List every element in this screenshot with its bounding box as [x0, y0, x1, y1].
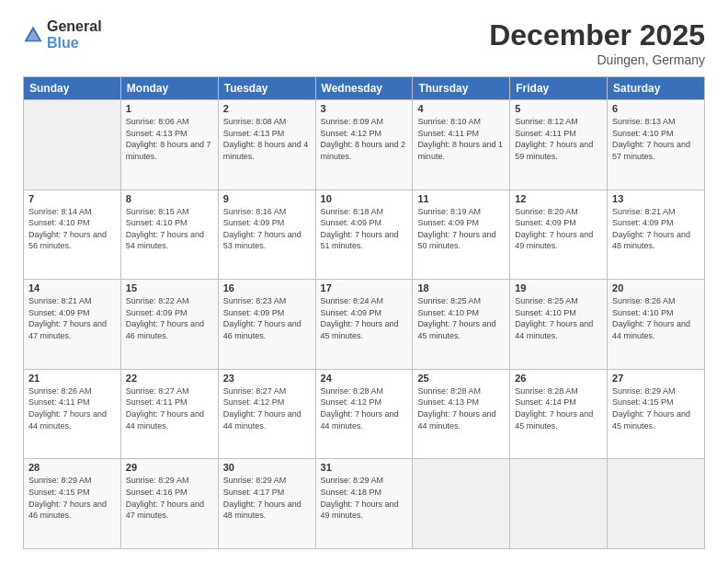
col-sunday: Sunday — [24, 77, 121, 100]
cell-w3-d2: 23Sunrise: 8:27 AMSunset: 4:12 PMDayligh… — [218, 369, 315, 459]
week-row-2: 14Sunrise: 8:21 AMSunset: 4:09 PMDayligh… — [24, 280, 705, 370]
cell-w0-d0 — [24, 100, 121, 190]
cell-text-9: Sunrise: 8:16 AMSunset: 4:09 PMDaylight:… — [223, 206, 311, 252]
day-number-18: 18 — [417, 282, 505, 293]
day-number-31: 31 — [321, 462, 408, 473]
week-row-0: 1Sunrise: 8:06 AMSunset: 4:13 PMDaylight… — [24, 100, 705, 190]
cell-w0-d1: 1Sunrise: 8:06 AMSunset: 4:13 PMDaylight… — [120, 100, 218, 190]
day-number-26: 26 — [515, 373, 602, 384]
col-monday: Monday — [120, 77, 218, 100]
day-number-24: 24 — [321, 373, 408, 384]
cell-w1-d1: 8Sunrise: 8:15 AMSunset: 4:10 PMDaylight… — [120, 190, 218, 280]
cell-text-25: Sunrise: 8:28 AMSunset: 4:13 PMDaylight:… — [417, 385, 505, 431]
day-number-25: 25 — [417, 373, 505, 384]
cell-w3-d0: 21Sunrise: 8:26 AMSunset: 4:11 PMDayligh… — [24, 369, 121, 459]
cell-w1-d3: 10Sunrise: 8:18 AMSunset: 4:09 PMDayligh… — [315, 190, 413, 280]
cell-text-19: Sunrise: 8:25 AMSunset: 4:10 PMDaylight:… — [515, 295, 602, 341]
day-number-29: 29 — [126, 462, 213, 473]
day-number-6: 6 — [612, 103, 700, 114]
week-row-1: 7Sunrise: 8:14 AMSunset: 4:10 PMDaylight… — [24, 190, 705, 280]
cell-w2-d0: 14Sunrise: 8:21 AMSunset: 4:09 PMDayligh… — [24, 280, 121, 370]
cell-text-28: Sunrise: 8:29 AMSunset: 4:15 PMDaylight:… — [28, 475, 116, 521]
cell-text-20: Sunrise: 8:26 AMSunset: 4:10 PMDaylight:… — [612, 295, 700, 341]
cell-text-22: Sunrise: 8:27 AMSunset: 4:11 PMDaylight:… — [126, 385, 213, 431]
header-row: Sunday Monday Tuesday Wednesday Thursday… — [24, 77, 705, 100]
cell-text-31: Sunrise: 8:29 AMSunset: 4:18 PMDaylight:… — [321, 475, 408, 521]
day-number-5: 5 — [515, 103, 602, 114]
day-number-17: 17 — [321, 282, 408, 293]
cell-w4-d1: 29Sunrise: 8:29 AMSunset: 4:16 PMDayligh… — [120, 459, 218, 549]
cell-w4-d2: 30Sunrise: 8:29 AMSunset: 4:17 PMDayligh… — [218, 459, 315, 549]
logo-general: General — [47, 18, 102, 34]
day-number-20: 20 — [612, 282, 700, 293]
day-number-23: 23 — [223, 373, 311, 384]
cell-text-6: Sunrise: 8:13 AMSunset: 4:10 PMDaylight:… — [612, 116, 700, 162]
cell-w3-d1: 22Sunrise: 8:27 AMSunset: 4:11 PMDayligh… — [120, 369, 218, 459]
cell-w2-d2: 16Sunrise: 8:23 AMSunset: 4:09 PMDayligh… — [218, 280, 315, 370]
cell-w2-d4: 18Sunrise: 8:25 AMSunset: 4:10 PMDayligh… — [413, 280, 510, 370]
cell-text-7: Sunrise: 8:14 AMSunset: 4:10 PMDaylight:… — [28, 206, 116, 252]
cell-w0-d2: 2Sunrise: 8:08 AMSunset: 4:13 PMDaylight… — [218, 100, 315, 190]
cell-text-30: Sunrise: 8:29 AMSunset: 4:17 PMDaylight:… — [223, 475, 311, 521]
cell-w3-d5: 26Sunrise: 8:28 AMSunset: 4:14 PMDayligh… — [510, 369, 608, 459]
day-number-21: 21 — [28, 373, 116, 384]
cell-text-2: Sunrise: 8:08 AMSunset: 4:13 PMDaylight:… — [223, 116, 311, 162]
cell-w1-d2: 9Sunrise: 8:16 AMSunset: 4:09 PMDaylight… — [218, 190, 315, 280]
day-number-4: 4 — [417, 103, 505, 114]
cell-w2-d6: 20Sunrise: 8:26 AMSunset: 4:10 PMDayligh… — [608, 280, 705, 370]
cell-text-14: Sunrise: 8:21 AMSunset: 4:09 PMDaylight:… — [28, 295, 116, 341]
day-number-1: 1 — [126, 103, 213, 114]
cell-text-16: Sunrise: 8:23 AMSunset: 4:09 PMDaylight:… — [223, 295, 311, 341]
day-number-10: 10 — [321, 193, 408, 204]
day-number-16: 16 — [223, 282, 311, 293]
cell-w0-d5: 5Sunrise: 8:12 AMSunset: 4:11 PMDaylight… — [510, 100, 608, 190]
logo-text: General Blue — [47, 18, 102, 52]
cell-text-23: Sunrise: 8:27 AMSunset: 4:12 PMDaylight:… — [223, 385, 311, 431]
cell-text-10: Sunrise: 8:18 AMSunset: 4:09 PMDaylight:… — [321, 206, 408, 252]
title-block: December 2025 Duingen, Germany — [489, 18, 705, 67]
cell-text-11: Sunrise: 8:19 AMSunset: 4:09 PMDaylight:… — [417, 206, 505, 252]
week-row-3: 21Sunrise: 8:26 AMSunset: 4:11 PMDayligh… — [24, 369, 705, 459]
cell-text-3: Sunrise: 8:09 AMSunset: 4:12 PMDaylight:… — [321, 116, 408, 162]
day-number-8: 8 — [126, 193, 213, 204]
cell-w3-d6: 27Sunrise: 8:29 AMSunset: 4:15 PMDayligh… — [608, 369, 705, 459]
col-saturday: Saturday — [608, 77, 705, 100]
cell-text-24: Sunrise: 8:28 AMSunset: 4:12 PMDaylight:… — [321, 385, 408, 431]
cell-w0-d3: 3Sunrise: 8:09 AMSunset: 4:12 PMDaylight… — [315, 100, 413, 190]
cell-w2-d3: 17Sunrise: 8:24 AMSunset: 4:09 PMDayligh… — [315, 280, 413, 370]
cell-w2-d1: 15Sunrise: 8:22 AMSunset: 4:09 PMDayligh… — [120, 280, 218, 370]
day-number-15: 15 — [126, 282, 213, 293]
cell-w0-d6: 6Sunrise: 8:13 AMSunset: 4:10 PMDaylight… — [608, 100, 705, 190]
day-number-14: 14 — [28, 282, 116, 293]
cell-w4-d0: 28Sunrise: 8:29 AMSunset: 4:15 PMDayligh… — [24, 459, 121, 549]
cell-text-26: Sunrise: 8:28 AMSunset: 4:14 PMDaylight:… — [515, 385, 602, 431]
cell-text-15: Sunrise: 8:22 AMSunset: 4:09 PMDaylight:… — [126, 295, 213, 341]
cell-w2-d5: 19Sunrise: 8:25 AMSunset: 4:10 PMDayligh… — [510, 280, 608, 370]
cell-text-8: Sunrise: 8:15 AMSunset: 4:10 PMDaylight:… — [126, 206, 213, 252]
day-number-22: 22 — [126, 373, 213, 384]
cell-text-5: Sunrise: 8:12 AMSunset: 4:11 PMDaylight:… — [515, 116, 602, 162]
cell-w4-d3: 31Sunrise: 8:29 AMSunset: 4:18 PMDayligh… — [315, 459, 413, 549]
month-title: December 2025 — [489, 18, 705, 52]
day-number-30: 30 — [223, 462, 311, 473]
page: General Blue December 2025 Duingen, Germ… — [0, 0, 728, 563]
cell-text-12: Sunrise: 8:20 AMSunset: 4:09 PMDaylight:… — [515, 206, 602, 252]
cell-w1-d0: 7Sunrise: 8:14 AMSunset: 4:10 PMDaylight… — [24, 190, 121, 280]
day-number-7: 7 — [28, 193, 116, 204]
logo-blue: Blue — [47, 35, 79, 51]
cell-text-17: Sunrise: 8:24 AMSunset: 4:09 PMDaylight:… — [321, 295, 408, 341]
location: Duingen, Germany — [489, 52, 705, 67]
cell-w3-d3: 24Sunrise: 8:28 AMSunset: 4:12 PMDayligh… — [315, 369, 413, 459]
cell-text-18: Sunrise: 8:25 AMSunset: 4:10 PMDaylight:… — [417, 295, 505, 341]
day-number-13: 13 — [612, 193, 700, 204]
cell-w4-d4 — [413, 459, 510, 549]
cell-text-29: Sunrise: 8:29 AMSunset: 4:16 PMDaylight:… — [126, 475, 213, 521]
col-wednesday: Wednesday — [315, 77, 413, 100]
day-number-11: 11 — [417, 193, 505, 204]
day-number-28: 28 — [28, 462, 116, 473]
day-number-27: 27 — [612, 373, 700, 384]
day-number-9: 9 — [223, 193, 311, 204]
cell-text-1: Sunrise: 8:06 AMSunset: 4:13 PMDaylight:… — [126, 116, 213, 162]
cell-w4-d5 — [510, 459, 608, 549]
day-number-2: 2 — [223, 103, 311, 114]
